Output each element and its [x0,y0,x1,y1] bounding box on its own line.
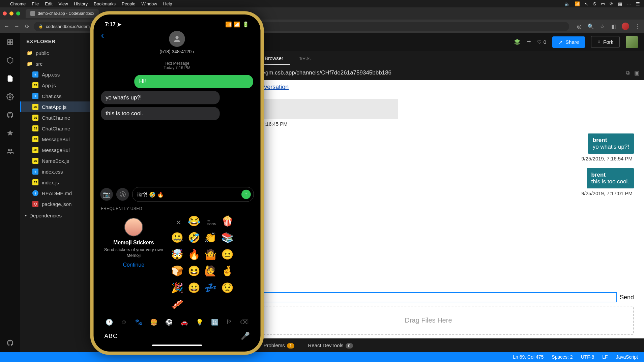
phone-send-icon[interactable]: ↑ [241,190,251,199]
phone-back-icon[interactable]: ‹ [101,30,104,41]
twitter-icon[interactable] [0,338,1,347]
encoding[interactable]: UTF-8 [581,354,594,360]
emoji-cell[interactable]: 🤷 [204,248,219,263]
message-input[interactable] [252,292,617,302]
phone-message-input[interactable]: ikr?! 🤣 🔥 ↑ [132,187,254,202]
file-item-index-css[interactable]: #index.css [20,166,91,177]
more-icon[interactable]: ⋯ [627,1,631,6]
contact-avatar[interactable] [169,31,185,47]
volume-icon[interactable]: 🔈 [564,1,570,6]
preview-url[interactable]: https://diygm.csb.app/channels/CHf7de261… [241,69,621,76]
animal-cat-icon[interactable]: 🐾 [135,319,142,326]
note-icon[interactable]: ▦ [618,1,622,6]
file-item-README-md[interactable]: iREADME.md [20,188,91,199]
problems-tab[interactable]: Problems1 [263,342,294,348]
menubar-app[interactable]: Chrome [10,1,26,6]
drag-zone[interactable]: Log out Drag Files Here [223,306,634,335]
list-icon[interactable]: ☰ [636,1,640,6]
close-emoji-icon[interactable]: ✕ [171,215,186,230]
browser-tab[interactable]: demo-chat-app - CodeSandbox [26,9,99,18]
user-avatar[interactable] [626,36,638,48]
menu-history[interactable]: History [74,1,88,6]
abc-key[interactable]: ABC [104,333,118,340]
symbol-cat-icon[interactable]: 🔣 [211,319,218,326]
target-icon[interactable]: ◎ [576,23,583,30]
stack-icon[interactable] [514,38,521,46]
emoji-cell[interactable]: 🍞 [171,265,186,280]
emoji-cell[interactable]: 🤣 [188,232,203,247]
github-icon[interactable] [6,111,14,119]
menu-edit[interactable]: Edit [45,1,52,6]
live-icon[interactable] [6,147,14,156]
menu-view[interactable]: View [59,1,68,6]
emoji-cell[interactable]: 🤐 [171,232,186,247]
close-window[interactable] [3,11,7,16]
chrome-menu-icon[interactable]: ⋮ [634,23,641,30]
file-item-ChatChanne[interactable]: JSChatChanne [20,123,91,134]
emoji-cell[interactable]: 🔥 [188,248,203,263]
tab-tests[interactable]: Tests [292,52,317,65]
sandbox-icon[interactable] [6,38,14,47]
emoji-cell[interactable]: 📚 [221,232,236,247]
file-item-App-js[interactable]: JSApp.js [20,80,91,91]
file-item-package-json[interactable]: ⬡package.json [20,199,91,209]
menu-window[interactable]: Window [142,1,157,6]
fork-button[interactable]: ⑂ Fork [591,36,620,48]
file-item-MessageBul[interactable]: JSMessageBul [20,134,91,145]
extension-icon[interactable]: ◧ [610,23,617,30]
file-item-App-css[interactable]: #App.css [20,69,91,80]
food-cat-icon[interactable]: 🍔 [150,319,157,326]
sync-icon[interactable]: ⟳ [610,1,613,6]
emoji-cell[interactable]: 🥓 [171,299,186,313]
file-item-ChatChanne[interactable]: JSChatChanne [20,112,91,123]
camera-icon[interactable]: 📷 [100,188,113,201]
file-item-NameBox-js[interactable]: JSNameBox.js [20,155,91,166]
send-button[interactable]: Send [620,294,634,301]
phone-messages[interactable]: Text Message Today 7:16 PM Hi!yo what's … [95,58,258,184]
object-cat-icon[interactable]: 💡 [196,319,203,326]
settings-icon[interactable] [6,92,14,101]
star-icon[interactable]: ☆ [599,23,606,30]
file-item-MessageBul[interactable]: JSMessageBul [20,145,91,155]
appstore-icon[interactable]: Ⓐ [116,188,129,201]
emoji-cell[interactable]: 💤 [204,282,219,297]
backspace-icon[interactable]: ⌫ [240,319,248,326]
menu-help[interactable]: Help [163,1,172,6]
menu-people[interactable]: People [122,1,135,6]
display-icon[interactable]: ▭ [601,1,605,6]
smiley-cat-icon[interactable]: ☺ [121,319,127,326]
language-mode[interactable]: JavaScript [616,354,638,360]
file-item-src[interactable]: src [20,58,91,69]
minimize-window[interactable] [9,11,13,16]
mic-icon[interactable]: 🎤 [241,332,250,341]
soon-emoji[interactable]: ➡SOON [204,215,219,230]
wifi-icon[interactable]: 📶 [575,1,580,6]
activity-cat-icon[interactable]: ⚽ [165,319,173,326]
zoom-icon[interactable]: 🔍 [587,23,594,30]
back-icon[interactable]: ← [3,23,10,30]
devtools-tab[interactable]: React DevTools0 [308,342,353,348]
emoji-cell[interactable]: 🍿 [221,215,236,230]
file-item-ChatApp-js[interactable]: JSChatApp.js [20,101,91,112]
file-item-index-js[interactable]: JSindex.js [20,177,91,188]
file-item-public[interactable]: public [20,48,91,58]
preview-pop-icon[interactable]: ⧉ [626,70,630,76]
emoji-cell[interactable]: 😆 [188,265,203,280]
emoji-cell[interactable]: 😀 [188,282,203,297]
memoji-continue[interactable]: Continue [103,262,164,268]
maximize-window[interactable] [16,11,20,16]
file-item-Chat-css[interactable]: #Chat.css [20,91,91,101]
emoji-cell[interactable]: 🤯 [171,248,186,263]
home-indicator[interactable] [152,344,202,346]
profile-avatar[interactable] [622,23,629,30]
cursor-position[interactable]: Ln 69, Col 475 [513,354,544,360]
like-count[interactable]: ♡ 0 [537,39,546,45]
plus-icon[interactable]: + [527,38,531,46]
dependencies-section[interactable]: ▾ Dependencies [20,209,91,222]
indent-spaces[interactable]: Spaces: 2 [552,354,573,360]
reload-icon[interactable]: ⟳ [24,23,30,30]
emoji-cell[interactable]: 😟 [221,282,236,297]
share-button[interactable]: ↗ Share [552,36,585,48]
menu-bookmarks[interactable]: Bookmarks [94,1,116,6]
emoji-cell[interactable]: 🎉 [171,282,186,297]
